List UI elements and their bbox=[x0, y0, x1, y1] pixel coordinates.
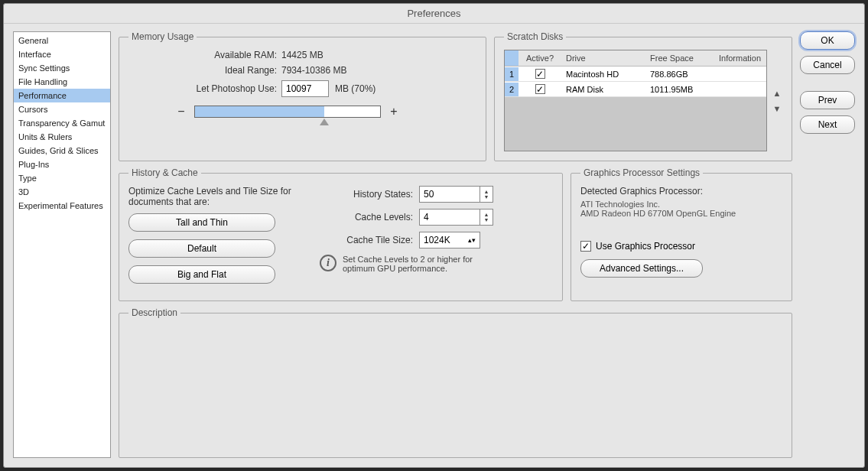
sidebar-item-cursors[interactable]: Cursors bbox=[14, 102, 110, 116]
memory-decrease-button[interactable]: − bbox=[174, 105, 188, 119]
history-states-input[interactable] bbox=[419, 186, 480, 203]
scratch-table-header: Active? Drive Free Space Information bbox=[505, 50, 766, 67]
ideal-range-value: 7934-10386 MB bbox=[281, 65, 346, 76]
scratch-disks-table: Active? Drive Free Space Information 1✓M… bbox=[504, 50, 767, 151]
cancel-button[interactable]: Cancel bbox=[800, 56, 855, 74]
sidebar-item-performance[interactable]: Performance bbox=[14, 89, 110, 102]
history-states-stepper[interactable]: ▲▼ bbox=[480, 186, 493, 203]
scratch-information bbox=[714, 87, 766, 92]
next-button[interactable]: Next bbox=[800, 115, 855, 134]
sidebar-item-transparency-gamut[interactable]: Transparency & Gamut bbox=[14, 116, 110, 130]
scratch-disk-row[interactable]: 1✓Macintosh HD788.86GB bbox=[505, 67, 766, 82]
use-gpu-checkbox[interactable]: ✓ bbox=[580, 241, 591, 252]
scratch-disks-group: Scratch Disks Active? Drive Free Space I… bbox=[494, 31, 792, 161]
sidebar-item-type[interactable]: Type bbox=[14, 171, 110, 185]
history-cache-group: History & Cache Optimize Cache Levels an… bbox=[119, 167, 563, 301]
sidebar-item-plug-ins[interactable]: Plug-Ins bbox=[14, 158, 110, 171]
let-photoshop-use-suffix: MB (70%) bbox=[329, 83, 375, 94]
memory-slider-fill bbox=[195, 106, 324, 117]
col-free: Free Space bbox=[645, 50, 714, 66]
default-button[interactable]: Default bbox=[128, 239, 275, 258]
big-and-flat-button[interactable]: Big and Flat bbox=[128, 265, 275, 284]
preferences-dialog: Preferences GeneralInterfaceSync Setting… bbox=[3, 3, 865, 468]
sidebar-item-interface[interactable]: Interface bbox=[14, 47, 110, 61]
sidebar-item-units-rulers[interactable]: Units & Rulers bbox=[14, 130, 110, 144]
gpu-vendor: ATI Technologies Inc. bbox=[580, 200, 782, 209]
scratch-row-index: 1 bbox=[505, 67, 519, 81]
tall-and-thin-button[interactable]: Tall and Thin bbox=[128, 213, 275, 232]
scratch-free-space: 1011.95MB bbox=[645, 83, 714, 96]
gpu-model: AMD Radeon HD 6770M OpenGL Engine bbox=[580, 209, 782, 218]
sidebar-item-experimental-features[interactable]: Experimental Features bbox=[14, 199, 110, 213]
history-states-label: History States: bbox=[320, 189, 419, 200]
cache-hint-text: Set Cache Levels to 2 or higher for opti… bbox=[343, 255, 496, 273]
sidebar-item-sync-settings[interactable]: Sync Settings bbox=[14, 61, 110, 75]
ok-button[interactable]: OK bbox=[800, 31, 855, 50]
gpu-settings-legend: Graphics Processor Settings bbox=[580, 167, 703, 178]
cache-tile-size-label: Cache Tile Size: bbox=[320, 235, 419, 245]
available-ram-label: Available RAM: bbox=[128, 50, 281, 60]
memory-increase-button[interactable]: + bbox=[387, 105, 401, 119]
titlebar: Preferences bbox=[4, 4, 864, 24]
scratch-information bbox=[714, 72, 766, 76]
sidebar-item-3d[interactable]: 3D bbox=[14, 185, 110, 199]
chevron-updown-icon: ▴▾ bbox=[468, 236, 476, 244]
memory-usage-legend: Memory Usage bbox=[128, 31, 197, 42]
scratch-active-checkbox[interactable]: ✓ bbox=[535, 84, 545, 94]
dialog-body: GeneralInterfaceSync SettingsFile Handli… bbox=[4, 24, 864, 467]
optimize-text: Optimize Cache Levels and Tile Size for … bbox=[128, 186, 297, 207]
gpu-settings-group: Graphics Processor Settings Detected Gra… bbox=[571, 167, 792, 301]
scratch-disk-row[interactable]: 2✓RAM Disk1011.95MB bbox=[505, 82, 766, 97]
sidebar: GeneralInterfaceSync SettingsFile Handli… bbox=[13, 31, 111, 458]
col-active: Active? bbox=[519, 50, 561, 66]
info-icon: i bbox=[320, 255, 336, 271]
scratch-drive-name: RAM Disk bbox=[561, 83, 645, 96]
sidebar-item-guides-grid-slices[interactable]: Guides, Grid & Slices bbox=[14, 144, 110, 158]
main-panel: Memory Usage Available RAM: 14425 MB Ide… bbox=[119, 31, 792, 458]
let-photoshop-use-input[interactable] bbox=[281, 80, 329, 97]
advanced-settings-button[interactable]: Advanced Settings... bbox=[580, 259, 703, 278]
right-buttons-column: OK Cancel Prev Next bbox=[800, 31, 855, 458]
cache-tile-size-value: 1024K bbox=[424, 235, 450, 245]
use-gpu-label: Use Graphics Processor bbox=[596, 241, 695, 252]
cache-levels-stepper[interactable]: ▲▼ bbox=[480, 209, 493, 226]
ideal-range-label: Ideal Range: bbox=[128, 65, 281, 76]
sidebar-item-file-handling[interactable]: File Handling bbox=[14, 75, 110, 89]
scratch-disks-legend: Scratch Disks bbox=[504, 31, 566, 42]
scratch-row-index: 2 bbox=[505, 83, 519, 96]
let-photoshop-use-label: Let Photoshop Use: bbox=[128, 83, 281, 94]
detected-gpu-label: Detected Graphics Processor: bbox=[580, 186, 782, 197]
available-ram-value: 14425 MB bbox=[281, 50, 323, 60]
scratch-active-checkbox[interactable]: ✓ bbox=[535, 69, 545, 79]
prev-button[interactable]: Prev bbox=[800, 91, 855, 109]
cache-tile-size-select[interactable]: 1024K ▴▾ bbox=[419, 232, 480, 248]
check-icon: ✓ bbox=[536, 70, 544, 79]
scratch-drive-name: Macintosh HD bbox=[561, 67, 645, 81]
history-cache-legend: History & Cache bbox=[128, 167, 201, 178]
col-drive: Drive bbox=[561, 50, 645, 66]
cache-levels-label: Cache Levels: bbox=[320, 212, 419, 223]
description-legend: Description bbox=[128, 307, 180, 318]
memory-slider-thumb[interactable] bbox=[320, 119, 329, 125]
scratch-move-down-button[interactable]: ▼ bbox=[772, 103, 782, 114]
memory-slider[interactable] bbox=[194, 106, 381, 118]
description-group: Description bbox=[119, 307, 792, 458]
memory-usage-group: Memory Usage Available RAM: 14425 MB Ide… bbox=[119, 31, 486, 161]
cache-levels-input[interactable] bbox=[419, 209, 480, 226]
scratch-move-up-button[interactable]: ▲ bbox=[772, 88, 782, 99]
check-icon: ✓ bbox=[536, 85, 544, 94]
sidebar-item-general[interactable]: General bbox=[14, 34, 110, 47]
scratch-free-space: 788.86GB bbox=[645, 67, 714, 81]
window-title: Preferences bbox=[407, 8, 460, 19]
check-icon: ✓ bbox=[582, 242, 590, 251]
col-info: Information bbox=[714, 50, 766, 66]
